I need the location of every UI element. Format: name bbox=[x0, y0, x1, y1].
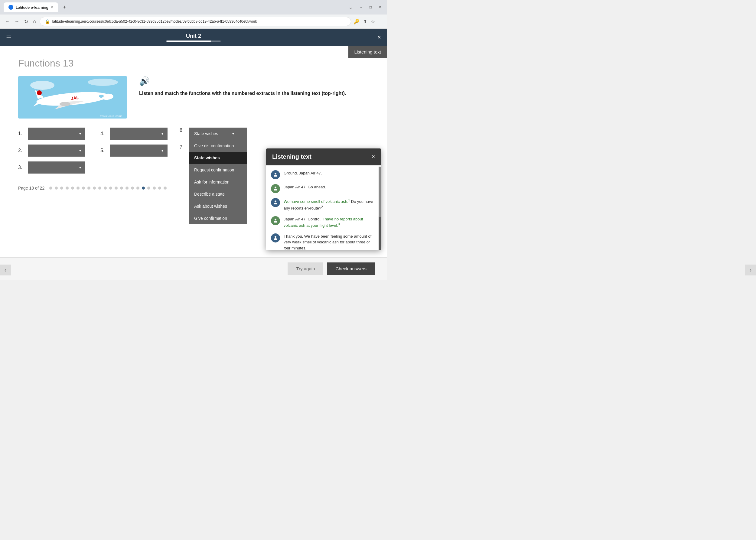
page-dot-6[interactable] bbox=[76, 187, 79, 190]
audio-btn[interactable]: 🔊 bbox=[139, 76, 369, 86]
maximize-btn[interactable]: □ bbox=[367, 5, 374, 10]
svg-text:Photo: Aero Icarus: Photo: Aero Icarus bbox=[100, 115, 122, 118]
tab-title: Latitude e-learning bbox=[16, 5, 48, 10]
page-dot-5[interactable] bbox=[71, 187, 74, 190]
header-title: Unit 2 bbox=[166, 33, 221, 39]
tab-close-btn[interactable]: × bbox=[51, 5, 53, 10]
dropdown-number-5: 5. bbox=[100, 148, 106, 153]
hamburger-btn[interactable]: ☰ bbox=[6, 34, 12, 41]
home-btn[interactable]: ⌂ bbox=[32, 18, 37, 25]
menu-item-state-wishes[interactable]: State wishes bbox=[189, 152, 247, 164]
page-dot-12[interactable] bbox=[109, 187, 112, 190]
address-bar[interactable]: 🔒 latitude-elearning.aero/courses/c0efc5… bbox=[40, 17, 351, 26]
menu-item-give-dis[interactable]: Give dis-confirmation bbox=[189, 140, 247, 152]
page-dot-13[interactable] bbox=[115, 187, 118, 190]
main-content: Listening text Functions 13 bbox=[0, 46, 387, 257]
dropdown-wrapper-2[interactable] bbox=[28, 145, 85, 157]
svg-point-8 bbox=[60, 102, 71, 106]
browser-icons: 🔑 ⬆ ☆ ⋮ bbox=[354, 19, 383, 25]
tab-favicon bbox=[8, 5, 13, 10]
page-dot-3[interactable] bbox=[60, 187, 63, 190]
try-again-btn[interactable]: Try again bbox=[288, 262, 323, 275]
forward-btn[interactable]: → bbox=[13, 18, 21, 25]
page-dot-20[interactable] bbox=[153, 187, 156, 190]
page-dot-4[interactable] bbox=[66, 187, 69, 190]
window-close-btn[interactable]: × bbox=[377, 5, 383, 10]
dialog-text-2: Japan Air 47. Go ahead. bbox=[284, 184, 326, 190]
key-icon: 🔑 bbox=[354, 19, 360, 25]
menu-item-ask-wishes[interactable]: Ask about wishes bbox=[189, 200, 247, 212]
new-tab-btn[interactable]: + bbox=[61, 3, 69, 12]
minimize-btn[interactable]: − bbox=[358, 5, 365, 10]
page-dot-17[interactable] bbox=[136, 187, 139, 190]
dropdown-group-7: 7. bbox=[180, 145, 186, 150]
page-heading: Functions 13 bbox=[18, 58, 369, 69]
svg-point-2 bbox=[88, 78, 118, 86]
more-icon[interactable]: ⋮ bbox=[378, 19, 383, 25]
dropdown-selected-6[interactable]: State wishes ▼ bbox=[189, 128, 247, 140]
dropdown-wrapper-4[interactable] bbox=[110, 128, 168, 140]
star-icon[interactable]: ☆ bbox=[371, 19, 375, 25]
dropdown-number-3: 3. bbox=[18, 165, 24, 170]
dropdown-icon: ⌄ bbox=[348, 4, 353, 11]
dropdown-menu-container-6: State wishes ▼ Give dis-confirmation Sta… bbox=[189, 128, 247, 140]
dialog-entry-5: Thank you. We have been feeling some amo… bbox=[271, 233, 376, 250]
menu-item-ask-info[interactable]: Ask for information bbox=[189, 176, 247, 188]
refresh-btn[interactable]: ↻ bbox=[23, 18, 29, 26]
page-dot-14[interactable] bbox=[120, 187, 123, 190]
dropdown-wrapper-1[interactable] bbox=[28, 128, 85, 140]
page-dot-11[interactable] bbox=[104, 187, 107, 190]
page-dot-2[interactable] bbox=[55, 187, 58, 190]
share-icon: ⬆ bbox=[363, 19, 367, 25]
page-info: Page 18 of 22 bbox=[18, 186, 45, 191]
browser-tab[interactable]: Latitude e-learning × bbox=[4, 2, 58, 12]
svg-point-1 bbox=[30, 81, 55, 90]
svg-point-12 bbox=[37, 90, 42, 95]
back-btn[interactable]: ← bbox=[4, 18, 11, 25]
page-dot-10[interactable] bbox=[98, 187, 101, 190]
nav-prev-btn[interactable]: ‹ bbox=[0, 265, 11, 275]
page-dot-7[interactable] bbox=[82, 187, 85, 190]
avatar-pilot-2 bbox=[271, 184, 280, 193]
page-dot-16[interactable] bbox=[131, 187, 134, 190]
dropdown-number-2: 2. bbox=[18, 148, 24, 153]
svg-point-15 bbox=[275, 187, 276, 188]
header-close-btn[interactable]: × bbox=[378, 34, 381, 41]
page-dot-1[interactable] bbox=[49, 187, 52, 190]
listening-text-button[interactable]: Listening text bbox=[348, 46, 387, 58]
lock-icon: 🔒 bbox=[45, 19, 50, 24]
page-dot-18[interactable] bbox=[142, 187, 145, 190]
page-dot-8[interactable] bbox=[87, 187, 90, 190]
content-row: JAL Photo: Aero Icarus 🔊 Listen and matc… bbox=[18, 76, 369, 118]
panel-close-btn[interactable]: × bbox=[372, 154, 375, 160]
avatar-atc-3 bbox=[271, 198, 280, 207]
page-dot-15[interactable] bbox=[125, 187, 128, 190]
browser-controls: ← → ↻ ⌂ 🔒 latitude-elearning.aero/course… bbox=[0, 15, 387, 28]
dialog-text-5: Thank you. We have been feeling some amo… bbox=[284, 233, 376, 250]
menu-item-describe[interactable]: Describe a state bbox=[189, 188, 247, 200]
page-dot-22[interactable] bbox=[164, 187, 167, 190]
dropdown-select-4[interactable] bbox=[110, 128, 168, 140]
browser-chrome: Latitude e-learning × + ⌄ − □ × ← → ↻ ⌂ … bbox=[0, 0, 387, 29]
dropdown-select-2[interactable] bbox=[28, 145, 85, 157]
airplane-image: JAL Photo: Aero Icarus bbox=[18, 76, 127, 118]
dropdown-select-5[interactable] bbox=[110, 145, 168, 157]
page-dot-9[interactable] bbox=[93, 187, 96, 190]
dropdown-group-1: 1. bbox=[18, 128, 85, 140]
page-dot-21[interactable] bbox=[158, 187, 161, 190]
dropdown-group-2: 2. bbox=[18, 145, 85, 157]
dropdown-select-1[interactable] bbox=[28, 128, 85, 140]
check-answers-btn[interactable]: Check answers bbox=[327, 262, 375, 275]
dropdown-wrapper-5[interactable] bbox=[110, 145, 168, 157]
menu-item-request-conf[interactable]: Request confirmation bbox=[189, 164, 247, 176]
item6-area: 6. State wishes ▼ Give dis-confirmation … bbox=[180, 128, 247, 140]
menu-item-give-conf[interactable]: Give confirmation bbox=[189, 212, 247, 224]
dropdown-wrapper-3[interactable] bbox=[28, 162, 85, 174]
dropdown-number-7: 7. bbox=[180, 145, 186, 150]
svg-text:JAL: JAL bbox=[71, 95, 79, 101]
dialog-entry-2: Japan Air 47. Go ahead. bbox=[271, 184, 376, 193]
svg-point-17 bbox=[275, 218, 276, 220]
listening-panel-title: Listening text bbox=[272, 153, 311, 160]
dropdown-select-3[interactable] bbox=[28, 162, 85, 174]
page-dot-19[interactable] bbox=[147, 187, 150, 190]
